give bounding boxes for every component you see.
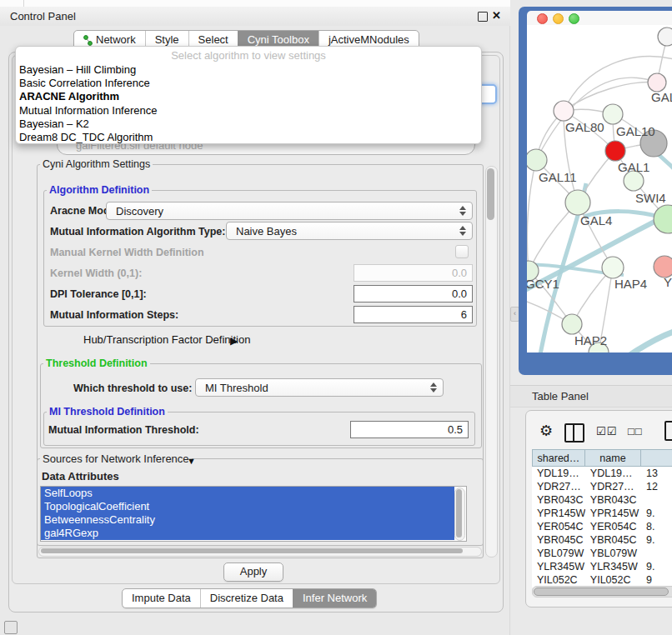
mi-threshold-field[interactable]: 0.5: [350, 421, 469, 438]
network-canvas[interactable]: GALGAL80GAL10GAL1GAL11SWI4GAL4GCY1HAP4YH…: [527, 25, 672, 352]
tab-infer-network[interactable]: Infer Network: [293, 589, 376, 608]
table-cell: [641, 547, 672, 560]
settings-vertical-scrollbar[interactable]: [485, 166, 498, 558]
table-cell: YPR145W: [585, 507, 641, 520]
data-attribute-item[interactable]: gal4RGexp: [41, 527, 454, 540]
column-header[interactable]: name: [585, 449, 641, 467]
aracne-mode-combo[interactable]: Discovery: [106, 202, 473, 220]
dpi-tolerance-label: DPI Tolerance [0,1]:: [50, 288, 147, 300]
close-window-icon[interactable]: [537, 13, 548, 24]
dpi-tolerance-field[interactable]: 0.0: [354, 285, 473, 302]
network-graph: GALGAL80GAL10GAL1GAL11SWI4GAL4GCY1HAP4YH…: [527, 25, 672, 352]
minimize-window-icon[interactable]: [553, 13, 564, 24]
node-gal-clipped[interactable]: [648, 73, 666, 92]
deselect-all-columns-icon[interactable]: □□: [628, 425, 643, 438]
new-table-icon[interactable]: [664, 421, 672, 441]
table-horizontal-scrollbar[interactable]: [532, 586, 672, 598]
node-label: GAL11: [539, 170, 577, 184]
table-panel-title: Table Panel: [532, 390, 589, 402]
algorithm-option[interactable]: ARACNE Algorithm: [16, 90, 481, 103]
data-attribute-item[interactable]: BetweennessCentrality: [41, 513, 454, 527]
algorithm-popup-list: Bayesian – Hill ClimbingBasic Correlatio…: [16, 63, 481, 144]
node-HAP4[interactable]: [602, 257, 624, 278]
gear-icon[interactable]: ⚙: [539, 422, 553, 440]
column-header[interactable]: shared…: [532, 449, 585, 467]
node-label: GCY1: [527, 277, 559, 291]
mi-type-combo[interactable]: Naive Bayes: [226, 222, 473, 240]
table-cell: 8.: [641, 520, 672, 533]
cyni-mode-tabbar: Impute DataDiscretize DataInfer Network: [122, 588, 377, 608]
column-header[interactable]: [641, 449, 672, 467]
network-edge[interactable]: [536, 78, 657, 160]
node-HAP2[interactable]: [562, 314, 582, 334]
table-cell: [641, 493, 672, 507]
combo-stepper-icon: [459, 226, 466, 236]
table-cell: YDR27…: [585, 480, 641, 493]
zoom-window-icon[interactable]: [569, 13, 579, 24]
restore-panel-icon[interactable]: [4, 621, 18, 634]
table-row[interactable]: YDL19…YDL19…13: [532, 467, 672, 480]
table-cell: YPR145W: [532, 507, 585, 520]
select-all-columns-icon[interactable]: ☑☑: [596, 425, 617, 438]
table-panel-body: ⚙ ☑☑ □□ shared…name YDL19…YDL19…13YDR27……: [525, 410, 672, 608]
kernel-width-field[interactable]: 0.0: [354, 264, 473, 282]
table-row[interactable]: YBR043CYBR043C: [532, 493, 672, 507]
tab-discretize-data[interactable]: Discretize Data: [200, 589, 293, 608]
network-edge-thick[interactable]: [620, 330, 672, 352]
mi-threshold-group-title: MI Threshold Definition: [47, 406, 168, 418]
sources-collapse-arrow-icon[interactable]: [187, 452, 196, 468]
split-view-icon[interactable]: [564, 423, 584, 442]
table-cell: 9.: [641, 560, 672, 573]
algorithm-option[interactable]: Bayesian – K2: [16, 118, 481, 131]
network-window-titlebar: [527, 11, 672, 26]
node-label: HAP2: [574, 333, 607, 348]
data-attribute-item[interactable]: SelfLoops: [41, 487, 454, 500]
apply-button[interactable]: Apply: [223, 562, 283, 582]
node-label: HAP4: [614, 277, 647, 291]
table-row[interactable]: YBL079WYBL079W: [532, 547, 672, 560]
table-cell: 12: [641, 480, 672, 493]
table-rows: YDL19…YDL19…13YDR27…YDR27…12YBR043CYBR04…: [532, 467, 672, 587]
float-panel-icon[interactable]: [478, 12, 488, 22]
table-row[interactable]: YDR27…YDR27…12: [532, 480, 672, 493]
node-GAL4[interactable]: [565, 190, 590, 215]
network-icon: [83, 35, 93, 46]
data-attribute-item[interactable]: TopologicalCoefficient: [41, 500, 454, 513]
table-hscrollbar-thumb[interactable]: [534, 588, 669, 596]
node-GAL1[interactable]: [605, 141, 625, 161]
node-GAL80[interactable]: [554, 101, 574, 121]
table-row[interactable]: YBR045CYBR045C9.: [532, 533, 672, 547]
node-unlabeled-top[interactable]: [658, 28, 672, 46]
table-row[interactable]: YPR145WYPR145W9.: [532, 507, 672, 520]
manual-kernel-checkbox[interactable]: [455, 245, 469, 258]
table-cell: 9.: [641, 533, 672, 547]
close-panel-icon[interactable]: ✕: [492, 9, 501, 22]
node-label: GAL10: [616, 124, 655, 138]
settings-scrollbar-thumb[interactable]: [487, 168, 494, 220]
algorithm-option[interactable]: Bayesian – Hill Climbing: [16, 63, 481, 77]
settings-horizontal-scrollbar[interactable]: [38, 547, 482, 557]
node-GAL11[interactable]: [527, 149, 547, 171]
node-GAL10[interactable]: [603, 104, 623, 124]
table-row[interactable]: YER054CYER054C8.: [532, 520, 672, 533]
table-row[interactable]: YLR345WYLR345W9.: [532, 560, 672, 573]
table-row[interactable]: YIL052CYIL052C9: [532, 573, 672, 587]
hub-expand-arrow-icon[interactable]: [230, 332, 238, 348]
which-threshold-combo[interactable]: MI Threshold: [195, 378, 444, 397]
algorithm-option[interactable]: Dream8 DC_TDC Algorithm: [16, 131, 481, 144]
table-cell: 9.: [641, 507, 672, 520]
algorithm-option[interactable]: Basic Correlation Inference: [16, 77, 481, 90]
attributes-scrollbar-thumb[interactable]: [456, 489, 462, 538]
data-attributes-list[interactable]: SelfLoopsTopologicalCoefficientBetweenne…: [40, 486, 467, 542]
node-label: GAL1: [618, 160, 649, 174]
tab-impute-data[interactable]: Impute Data: [123, 589, 200, 608]
cyni-algorithm-settings-title: Cyni Algorithm Settings: [40, 158, 153, 170]
algorithm-option[interactable]: Mutual Information Inference: [16, 104, 481, 118]
node-big-green[interactable]: [654, 205, 672, 233]
which-threshold-value: MI Threshold: [205, 382, 268, 394]
attributes-vertical-scrollbar[interactable]: [454, 488, 465, 541]
hub-section-label[interactable]: Hub/Transcription Factor Definition: [83, 333, 250, 346]
settings-hscrollbar-thumb[interactable]: [41, 548, 463, 553]
mi-steps-field[interactable]: 6: [354, 306, 473, 323]
network-edge[interactable]: [527, 160, 536, 271]
